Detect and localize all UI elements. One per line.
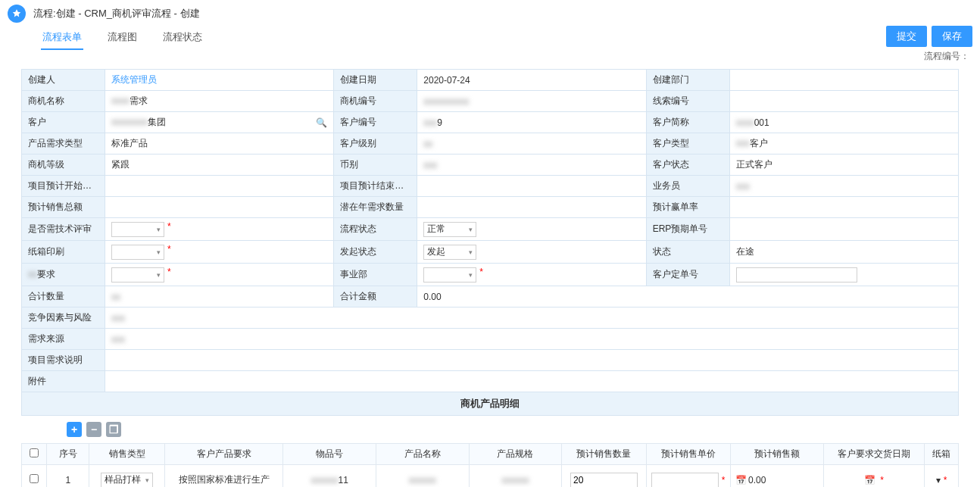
cust-level-value: xx xyxy=(417,133,646,155)
detail-header-row: 序号 销售类型 客户产品要求 物品号 产品名称 产品规格 预计销售数量 预计销售… xyxy=(22,444,959,465)
prod-req-type-label: 产品需求类型 xyxy=(22,133,105,155)
detail-table: 序号 销售类型 客户产品要求 物品号 产品名称 产品规格 预计销售数量 预计销售… xyxy=(21,443,959,487)
init-status-select[interactable]: 发起▾ xyxy=(423,245,476,260)
required-mark: * xyxy=(722,475,726,485)
select-all-checkbox[interactable] xyxy=(30,448,39,457)
erp-no-label: ERP预期单号 xyxy=(646,218,729,241)
lead-no-label: 线索编号 xyxy=(646,91,729,112)
cust-order-no-input[interactable] xyxy=(736,267,857,283)
copy-row-button[interactable]: ❐ xyxy=(106,422,121,437)
chevron-down-icon: ▾ xyxy=(157,248,161,256)
chevron-down-icon: ▾ xyxy=(157,226,161,233)
required-mark: * xyxy=(880,475,884,485)
sale-type-select[interactable]: 样品打样▾ xyxy=(101,473,153,488)
cell-seq: 1 xyxy=(47,465,89,488)
proj-end-value xyxy=(417,176,646,197)
qty-input[interactable] xyxy=(570,473,638,488)
tech-review-select[interactable]: ▾ xyxy=(111,222,164,237)
status-label: 状态 xyxy=(646,241,729,264)
price-input[interactable] xyxy=(651,473,719,488)
chevron-down-icon: ▾ xyxy=(145,476,149,484)
pot-qty-value xyxy=(417,197,646,218)
proj-desc-value xyxy=(105,350,959,371)
win-rate-label: 预计赢单率 xyxy=(646,197,729,218)
required-mark: * xyxy=(167,244,171,254)
cust-no-label: 客户编号 xyxy=(334,112,417,133)
sales-value: xxx xyxy=(729,176,958,197)
opp-no-label: 商机编号 xyxy=(334,91,417,112)
win-rate-value xyxy=(729,197,958,218)
tab-form[interactable]: 流程表单 xyxy=(41,26,83,50)
creator-label: 创建人 xyxy=(22,70,105,91)
cell-prod-name: xxxxxx xyxy=(376,465,470,488)
req-label: xx要求 xyxy=(22,264,105,286)
main-form: 创建人 系统管理员 创建日期 2020-07-24 创建部门 商机名称 xxxx… xyxy=(21,69,959,392)
req-select[interactable]: ▾ xyxy=(111,267,164,283)
opp-name-value: xxxx需求 xyxy=(105,91,334,112)
bu-select[interactable]: ▾ xyxy=(423,267,476,283)
box-print-select[interactable]: ▾ xyxy=(111,245,164,260)
cust-status-label: 客户状态 xyxy=(646,155,729,176)
flow-status-select[interactable]: 正常▾ xyxy=(423,222,476,237)
cust-status-value: 正式客户 xyxy=(729,155,958,176)
cell-cust-req[interactable]: 按照国家标准进行生产 xyxy=(165,465,283,488)
erp-no-value xyxy=(729,218,958,241)
compete-value: xxx xyxy=(105,307,959,329)
submit-button[interactable]: 提交 xyxy=(886,26,927,47)
box-print-label: 纸箱印刷 xyxy=(22,241,105,264)
calendar-icon: 📅 xyxy=(735,475,747,485)
currency-value: xxx xyxy=(417,155,646,176)
total-amt-value: 0.00 xyxy=(417,286,959,307)
est-total-value xyxy=(105,197,334,218)
proj-start-label: 项目预计开始日期 xyxy=(22,176,105,197)
opp-level-label: 商机等级 xyxy=(22,155,105,176)
remove-row-button[interactable]: − xyxy=(86,422,101,437)
calendar-icon[interactable]: 📅 xyxy=(864,475,875,485)
chevron-down-icon[interactable]: ▾ xyxy=(936,475,941,485)
creator-value[interactable]: 系统管理员 xyxy=(111,74,157,85)
tab-flowchart[interactable]: 流程图 xyxy=(106,26,139,50)
col-item-no: 物品号 xyxy=(283,444,376,465)
tech-review-label: 是否需技术评审 xyxy=(22,218,105,241)
chevron-down-icon: ▾ xyxy=(469,271,473,279)
col-qty: 预计销售数量 xyxy=(562,444,646,465)
source-label: 需求来源 xyxy=(22,329,105,350)
sales-label: 业务员 xyxy=(646,176,729,197)
pot-qty-label: 潜在年需求数量 xyxy=(334,197,417,218)
add-row-button[interactable]: + xyxy=(67,422,82,437)
opp-level-value: 紧跟 xyxy=(105,155,334,176)
col-box: 纸箱 xyxy=(925,444,959,465)
cust-order-no-label: 客户定单号 xyxy=(646,264,729,286)
proj-end-label: 项目预计结束日期 xyxy=(334,176,417,197)
cust-lookup[interactable]: xxxxxxxx集团🔍 xyxy=(111,116,327,129)
status-value: 在途 xyxy=(729,241,958,264)
create-date-value: 2020-07-24 xyxy=(417,70,646,91)
prod-req-type-value: 标准产品 xyxy=(105,133,334,155)
col-seq: 序号 xyxy=(47,444,89,465)
create-date-label: 创建日期 xyxy=(334,70,417,91)
required-mark: * xyxy=(944,475,947,485)
required-mark: * xyxy=(479,267,483,277)
save-button[interactable]: 保存 xyxy=(932,26,972,47)
attach-value[interactable] xyxy=(105,371,959,392)
col-amount: 预计销售额 xyxy=(731,444,824,465)
row-checkbox[interactable] xyxy=(30,474,39,483)
col-deliver-date: 客户要求交货日期 xyxy=(823,444,925,465)
tab-status[interactable]: 流程状态 xyxy=(161,26,204,50)
col-spec: 产品规格 xyxy=(469,444,562,465)
create-dept-label: 创建部门 xyxy=(646,70,729,91)
total-qty-label: 合计数量 xyxy=(22,286,105,307)
create-dept-value xyxy=(729,70,958,91)
search-icon[interactable]: 🔍 xyxy=(316,117,327,128)
total-amt-label: 合计金额 xyxy=(334,286,417,307)
cell-item-no[interactable]: xxxxxx11 xyxy=(283,465,376,488)
chevron-down-icon: ▾ xyxy=(469,248,473,256)
chevron-down-icon: ▾ xyxy=(469,226,473,233)
tab-bar: 流程表单 流程图 流程状态 xyxy=(41,26,204,50)
col-cust-req: 客户产品要求 xyxy=(165,444,283,465)
cust-type-value: xxx客户 xyxy=(729,133,958,155)
detail-section-title: 商机产品明细 xyxy=(21,392,959,416)
opp-name-label: 商机名称 xyxy=(22,91,105,112)
col-price: 预计销售单价 xyxy=(646,444,730,465)
col-prod-name: 产品名称 xyxy=(376,444,470,465)
